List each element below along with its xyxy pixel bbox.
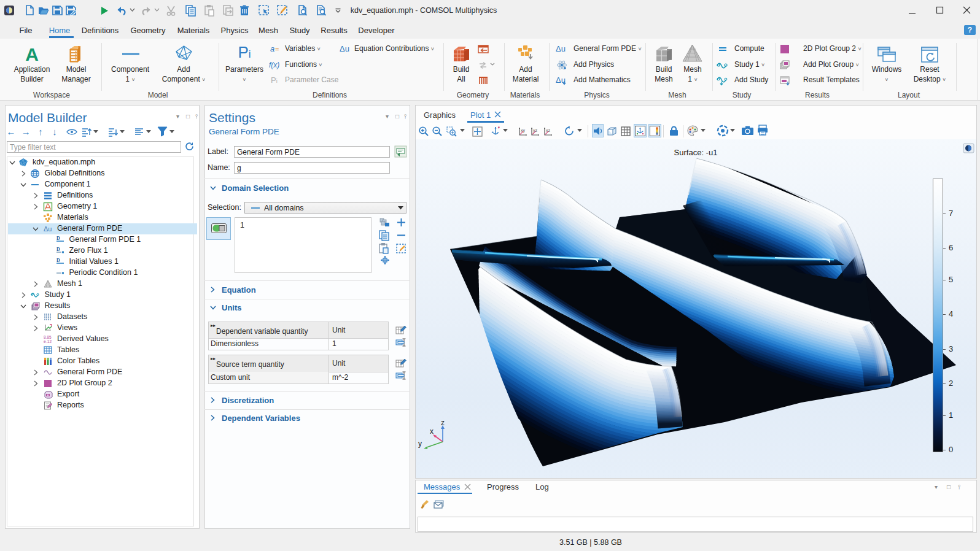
svg-text:f(x): f(x) (269, 61, 279, 69)
svg-text:Δu: Δu (556, 44, 566, 53)
svg-text:x: x (430, 427, 434, 436)
svg-text:D: D (56, 258, 60, 263)
svg-text:z: z (441, 418, 445, 427)
svg-text:=: = (275, 45, 279, 53)
svg-text:Δu: Δu (44, 225, 52, 233)
svg-text:y: y (418, 439, 422, 448)
svg-text:8.85: 8.85 (44, 335, 52, 339)
svg-text:e-12: e-12 (44, 339, 52, 344)
svg-text:yz: yz (533, 128, 538, 133)
svg-text:a: a (270, 44, 274, 53)
svg-text:D: D (56, 236, 60, 241)
svg-text:Δu: Δu (340, 44, 349, 53)
svg-text:D: D (56, 247, 60, 252)
svg-text:Pi: Pi (271, 75, 278, 85)
svg-text:xy: xy (521, 128, 526, 133)
